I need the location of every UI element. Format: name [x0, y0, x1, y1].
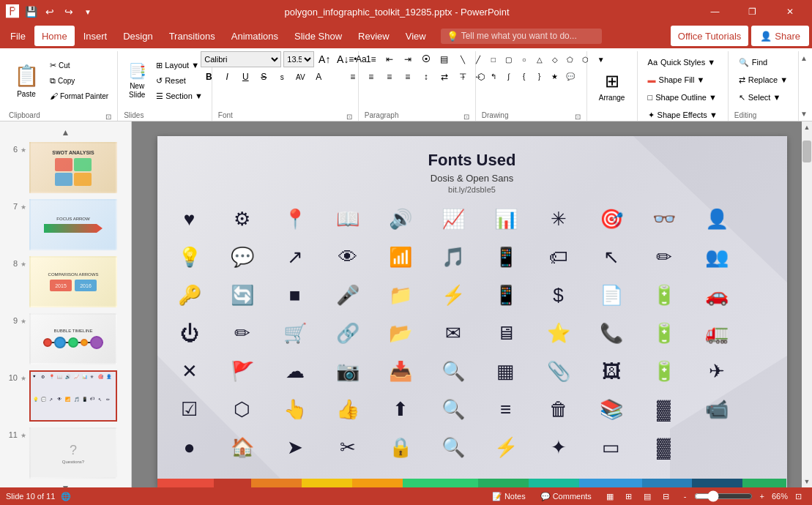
select-button[interactable]: ↖ Select ▼	[734, 89, 786, 105]
indent-decrease-button[interactable]: ⇤	[381, 51, 398, 67]
menu-item-home[interactable]: Home	[34, 26, 75, 46]
shape-curve-btn[interactable]: ∫	[501, 68, 517, 84]
underline-button[interactable]: U	[237, 69, 253, 85]
notes-button[interactable]: 📝 Notes	[488, 490, 530, 503]
bold-button[interactable]: B	[201, 69, 217, 85]
shape-rect-btn[interactable]: □	[485, 51, 502, 67]
arrange-button[interactable]: ⊞ Arrange	[593, 61, 631, 112]
menu-item-file[interactable]: File	[3, 26, 33, 46]
shape-custom1-btn[interactable]: {	[516, 68, 532, 84]
char-spacing-button[interactable]: AV	[292, 69, 308, 85]
shape-custom2-btn[interactable]: }	[532, 68, 548, 84]
align-center-button[interactable]: ≡	[363, 69, 379, 85]
scroll-down-slides[interactable]: ▼	[3, 483, 128, 487]
quick-access-redo[interactable]: ↪	[62, 4, 76, 19]
normal-view-button[interactable]: ▦	[602, 490, 618, 503]
shape-triangle-btn[interactable]: △	[532, 51, 548, 67]
layout-button[interactable]: ⊞ Layout ▼	[153, 58, 206, 72]
office-tutorials-button[interactable]: Office Tutorials	[671, 26, 748, 46]
quick-access-save[interactable]: 💾	[23, 4, 38, 19]
scroll-thumb[interactable]	[802, 141, 811, 162]
reading-view-button[interactable]: ▤	[639, 490, 655, 503]
window-minimize[interactable]: —	[699, 0, 731, 23]
scroll-up-slides[interactable]: ▲	[3, 127, 128, 138]
font-name-select[interactable]: Calibri	[201, 51, 281, 67]
clipboard-expand-icon[interactable]: ⊡	[105, 113, 111, 121]
slide-thumb-6[interactable]: 6 ★ SWOT ANALYSIS	[3, 141, 128, 195]
slide-thumb-7[interactable]: 7 ★ FOCUS ARROW	[3, 198, 128, 252]
paragraph-expand-icon[interactable]: ⊡	[463, 113, 469, 121]
shape-callout-btn[interactable]: 💬	[562, 68, 578, 84]
font-expand-icon[interactable]: ⊡	[346, 113, 352, 121]
zoom-increase-button[interactable]: +	[756, 490, 769, 502]
indent-increase-button[interactable]: ⇥	[400, 51, 416, 67]
shape-pentagon-btn[interactable]: ⬠	[562, 51, 578, 67]
zoom-decrease-button[interactable]: -	[679, 490, 691, 502]
new-slide-button[interactable]: 📑 NewSlide	[124, 59, 150, 102]
smartart-button[interactable]: ▤	[436, 51, 452, 67]
comments-button[interactable]: 💬 Comments	[536, 490, 596, 503]
menu-item-design[interactable]: Design	[116, 26, 160, 46]
menu-item-animations[interactable]: Animations	[224, 26, 286, 46]
slideshow-button[interactable]: ⊟	[658, 490, 674, 503]
font-size-increase-button[interactable]: A↑	[316, 51, 332, 67]
shape-diamond-btn[interactable]: ◇	[547, 51, 563, 67]
slide-thumb-9[interactable]: 9 ★ BUBBLE TIMELINE	[3, 312, 128, 366]
slide-canvas[interactable]: Fonts Used Dosis & Open Sans bit.ly/2dsb…	[157, 136, 787, 487]
window-close[interactable]: ✕	[773, 0, 806, 23]
slide-thumb-11[interactable]: 11 ★ ? Questions?	[3, 426, 128, 480]
ribbon-scroll-up[interactable]: ▲	[799, 53, 809, 64]
font-color-button[interactable]: A	[310, 69, 327, 85]
tell-me-input[interactable]: 💡 Tell me what you want to do...	[441, 29, 602, 44]
fit-slide-button[interactable]: ⊡	[791, 490, 806, 503]
cut-button[interactable]: ✂Cut	[47, 58, 111, 72]
shape-outline-button[interactable]: □ Shape Outline ▼	[644, 89, 721, 105]
scroll-up-arrow[interactable]: ▲	[802, 121, 812, 133]
shape-fill-button[interactable]: ▬ Shape Fill ▼	[644, 72, 709, 88]
paste-button[interactable]: 📋 Paste	[9, 59, 44, 102]
ribbon-scroll-down[interactable]: ▼	[799, 108, 809, 119]
shape-rounded-btn[interactable]: ▢	[501, 51, 517, 67]
numbering-button[interactable]: 1≡	[363, 51, 379, 67]
slide-thumb-10[interactable]: 10 ★ ♥ ⚙ 📍 📖 🔊 📈 📊 ✳ 🎯 👤 💡 💬 ↗	[3, 369, 128, 423]
justify-button[interactable]: ≡	[400, 69, 416, 85]
bullets-button[interactable]: ≡•	[345, 51, 361, 67]
quick-access-customize[interactable]: ▼	[81, 4, 95, 19]
zoom-slider[interactable]	[694, 490, 753, 502]
columns-button[interactable]: ⦿	[418, 51, 434, 67]
replace-button[interactable]: ⇄ Replace ▼	[734, 72, 792, 88]
line-spacing-button[interactable]: ↕	[418, 69, 434, 85]
quick-styles-button[interactable]: Aa Quick Styles ▼	[644, 54, 720, 70]
menu-item-insert[interactable]: Insert	[76, 26, 115, 46]
shape-arrow-btn[interactable]: →	[455, 68, 471, 84]
copy-button[interactable]: ⧉Copy	[47, 73, 111, 88]
shape-effects-button[interactable]: ✦ Shape Effects ▼	[644, 107, 722, 123]
shape-star-btn[interactable]: ★	[547, 68, 563, 84]
menu-item-review[interactable]: Review	[351, 26, 397, 46]
align-right-button[interactable]: ≡	[381, 69, 398, 85]
slide-thumb-8[interactable]: 8 ★ COMPARISON ARROWS 2015 2016	[3, 255, 128, 309]
shadow-button[interactable]: s	[274, 69, 290, 85]
window-restore[interactable]: ❐	[736, 0, 769, 23]
menu-item-transitions[interactable]: Transitions	[162, 26, 223, 46]
align-left-button[interactable]: ≡	[345, 69, 361, 85]
section-button[interactable]: ☰ Section ▼	[153, 89, 206, 103]
slide-sorter-button[interactable]: ⊞	[621, 490, 636, 503]
strikethrough-button[interactable]: S	[256, 69, 272, 85]
font-size-select[interactable]: 13.5	[283, 51, 314, 67]
quick-access-undo[interactable]: ↩	[42, 4, 57, 19]
drawing-expand-icon[interactable]: ⊡	[575, 113, 581, 121]
text-direction-button[interactable]: ⇄	[436, 69, 452, 85]
menu-item-view[interactable]: View	[398, 26, 433, 46]
shape-bend-arrow-btn[interactable]: ↰	[485, 68, 502, 84]
reset-button[interactable]: ↺ Reset	[153, 73, 206, 88]
shape-circle-btn[interactable]: ○	[516, 51, 532, 67]
format-painter-button[interactable]: 🖌Format Painter	[47, 89, 111, 103]
menu-item-slideshow[interactable]: Slide Show	[287, 26, 349, 46]
find-button[interactable]: 🔍 Find	[734, 54, 772, 70]
shape-double-arrow-btn[interactable]: ↔	[470, 68, 486, 84]
shape-select-btn[interactable]: ╲	[455, 51, 471, 67]
share-button[interactable]: 👤 Share	[751, 26, 809, 46]
italic-button[interactable]: I	[219, 69, 235, 85]
shape-line-btn[interactable]: ╱	[470, 51, 486, 67]
